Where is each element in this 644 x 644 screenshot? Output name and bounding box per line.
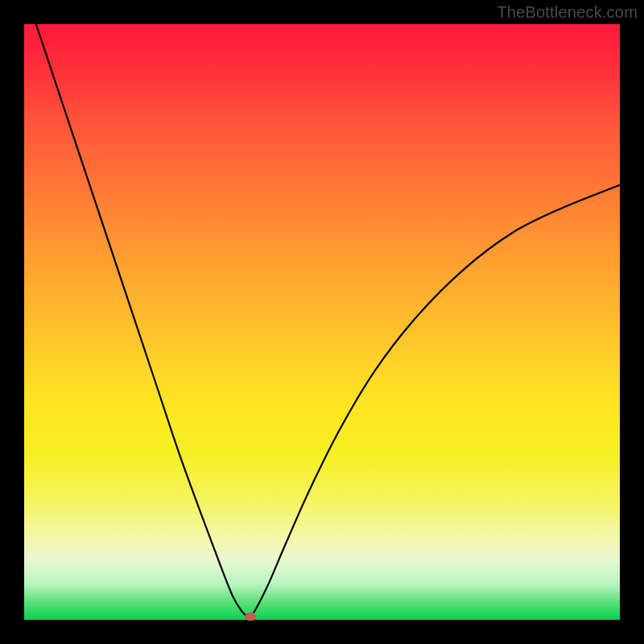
watermark-text: TheBottleneck.com [497, 3, 638, 22]
curve-right [250, 185, 620, 617]
curve-left [36, 24, 248, 617]
curve-svg [24, 24, 620, 620]
min-point-marker [245, 613, 256, 621]
